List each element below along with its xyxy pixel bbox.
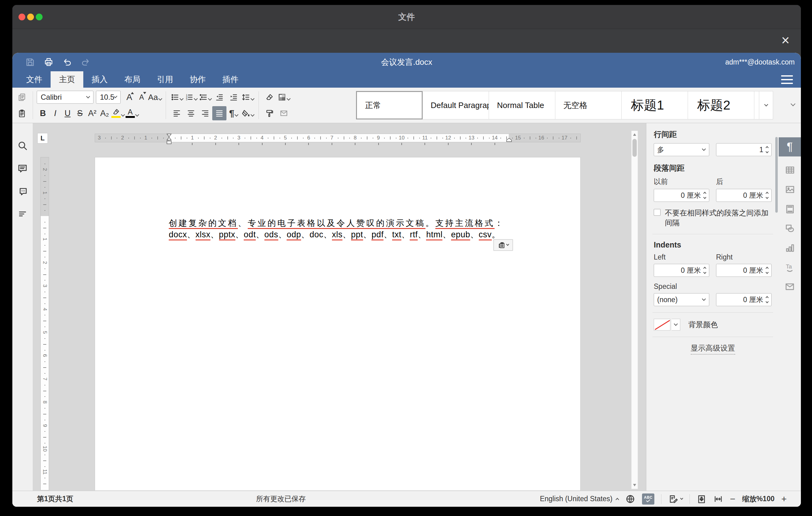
decrease-font-icon[interactable]: A	[136, 90, 148, 104]
font-color-icon[interactable]: A	[125, 106, 139, 120]
chart-settings-icon[interactable]	[785, 242, 795, 253]
bold-button[interactable]: B	[37, 106, 49, 120]
nonprinting-chars-icon[interactable]: ¶	[227, 106, 241, 120]
special-indent-spinner[interactable]: 0 厘米	[716, 293, 772, 306]
zoom-out-button[interactable]: −	[730, 494, 735, 504]
copy-icon[interactable]	[15, 90, 29, 104]
background-color-swatch[interactable]	[654, 319, 670, 331]
document-line-1[interactable]: 创建复杂的文档、专业的电子表格以及令人赞叹的演示文稿。支持主流格式：	[169, 218, 509, 229]
tab-home[interactable]: 主页	[51, 71, 83, 88]
numbered-list-icon[interactable]: 123	[184, 90, 198, 104]
align-justify-icon[interactable]	[212, 106, 227, 120]
background-color-dropdown-icon[interactable]	[672, 319, 680, 331]
paragraph-settings-icon[interactable]: ¶	[779, 137, 801, 156]
tab-references[interactable]: 引用	[149, 71, 181, 88]
mailmerge-settings-icon[interactable]	[785, 282, 795, 292]
comments-icon[interactable]	[17, 163, 28, 174]
search-icon[interactable]	[17, 140, 28, 151]
v-ruler[interactable]: 211234567891011	[40, 157, 49, 490]
tab-plugins[interactable]: 插件	[214, 71, 247, 88]
line-spacing-icon[interactable]	[241, 90, 255, 104]
indent-left-spinner[interactable]: 0 厘米	[654, 264, 709, 277]
style-normal[interactable]: 正常	[356, 91, 423, 119]
image-settings-icon[interactable]	[785, 184, 795, 195]
style-default-paragraph[interactable]: Default Paragraph	[422, 91, 489, 119]
set-language-icon[interactable]	[625, 494, 635, 504]
copy-style-icon[interactable]	[263, 106, 277, 120]
line-spacing-select[interactable]: 多	[654, 143, 709, 156]
navigation-icon[interactable]	[17, 209, 28, 220]
mailmerge-icon[interactable]	[277, 106, 291, 120]
page[interactable]	[95, 157, 581, 490]
bullet-list-icon[interactable]	[170, 90, 184, 104]
decrease-indent-icon[interactable]	[212, 90, 227, 104]
menu-icon[interactable]	[781, 75, 793, 84]
special-indent-select[interactable]: (none)	[654, 293, 709, 306]
tab-stop-selector[interactable]: L	[37, 133, 48, 144]
fit-page-icon[interactable]	[697, 494, 706, 504]
fit-width-icon[interactable]	[713, 494, 723, 504]
strikeout-button[interactable]: S	[74, 106, 86, 120]
table-shading-icon[interactable]	[277, 90, 291, 104]
align-left-icon[interactable]	[170, 106, 184, 120]
page-count[interactable]: 第1页共1页	[37, 491, 74, 507]
document-text[interactable]: 创建复杂的文档、专业的电子表格以及令人赞叹的演示文稿。支持主流格式： docx、…	[169, 218, 509, 240]
spellcheck-icon[interactable]: ABC	[642, 493, 654, 505]
multilevel-list-icon[interactable]	[198, 90, 212, 104]
tab-layout[interactable]: 布局	[116, 71, 149, 88]
scrollbar-thumb[interactable]	[633, 139, 637, 157]
subscript-button[interactable]: A₂	[98, 106, 111, 120]
no-space-between-checkbox[interactable]	[654, 209, 661, 216]
show-advanced-settings-link[interactable]: 显示高级设置	[691, 343, 735, 354]
change-case-icon[interactable]: Aa	[148, 90, 162, 104]
right-indent-marker[interactable]	[506, 138, 512, 142]
document-line-2[interactable]: docx、xlsx、pptx、odt、ods、odp、doc、xls、ppt、p…	[169, 229, 509, 240]
align-center-icon[interactable]	[184, 106, 198, 120]
clear-style-icon[interactable]	[263, 90, 277, 104]
collapse-toolbar-icon[interactable]	[791, 101, 795, 107]
style-normal-table[interactable]: Normal Table	[489, 91, 555, 119]
spacing-after-spinner[interactable]: 0 厘米	[716, 189, 772, 202]
h-ruler[interactable]: 3211234567891011121314151617	[95, 134, 581, 142]
panel-scrollbar-thumb[interactable]	[775, 137, 778, 212]
tab-collaboration[interactable]: 协作	[181, 71, 214, 88]
highlight-color-icon[interactable]	[111, 106, 125, 120]
underline-button[interactable]: U	[61, 106, 74, 120]
misspelled-text-segment: ppt	[351, 230, 363, 240]
language-selector[interactable]: English (United States)	[540, 495, 618, 503]
paste-options-button[interactable]	[493, 239, 513, 251]
document-scrollbar[interactable]	[631, 131, 638, 489]
zoom-in-button[interactable]: +	[781, 494, 787, 504]
textart-settings-icon[interactable]: Ta	[785, 262, 795, 273]
indent-right-spinner[interactable]: 0 厘米	[716, 264, 772, 277]
ruler-tick	[344, 136, 344, 140]
italic-button[interactable]: I	[49, 106, 61, 120]
ruler-tick	[291, 138, 292, 139]
font-size-select[interactable]: 10.5	[96, 91, 121, 104]
paragraph-shading-icon[interactable]	[241, 106, 255, 120]
spacing-before-spinner[interactable]: 0 厘米	[654, 189, 709, 202]
headerfooter-settings-icon[interactable]	[785, 204, 795, 214]
increase-indent-icon[interactable]	[227, 90, 241, 104]
tab-file[interactable]: 文件	[18, 71, 51, 88]
scroll-down-icon[interactable]	[633, 484, 636, 486]
style-heading1[interactable]: 标题1	[621, 91, 688, 119]
style-no-spacing[interactable]: 无空格	[555, 91, 622, 119]
style-heading2[interactable]: 标题2	[688, 91, 754, 119]
line-spacing-value-spinner[interactable]: 1	[716, 143, 772, 156]
close-icon[interactable]: ×	[778, 31, 793, 49]
scroll-up-icon[interactable]	[633, 133, 636, 136]
superscript-button[interactable]: A²	[86, 106, 98, 120]
font-name-select[interactable]: Calibri	[37, 91, 93, 104]
paste-icon[interactable]	[15, 106, 29, 120]
indent-marker[interactable]	[166, 133, 172, 144]
chat-icon[interactable]	[17, 186, 28, 197]
shape-settings-icon[interactable]	[785, 223, 795, 234]
ruler-tick	[45, 385, 45, 385]
table-settings-icon[interactable]	[785, 165, 795, 175]
align-right-icon[interactable]	[198, 106, 212, 120]
increase-font-icon[interactable]: A	[123, 90, 136, 104]
tab-insert[interactable]: 插入	[83, 71, 116, 88]
track-changes-icon[interactable]	[668, 494, 683, 504]
style-gallery-expand-icon[interactable]	[759, 91, 773, 119]
